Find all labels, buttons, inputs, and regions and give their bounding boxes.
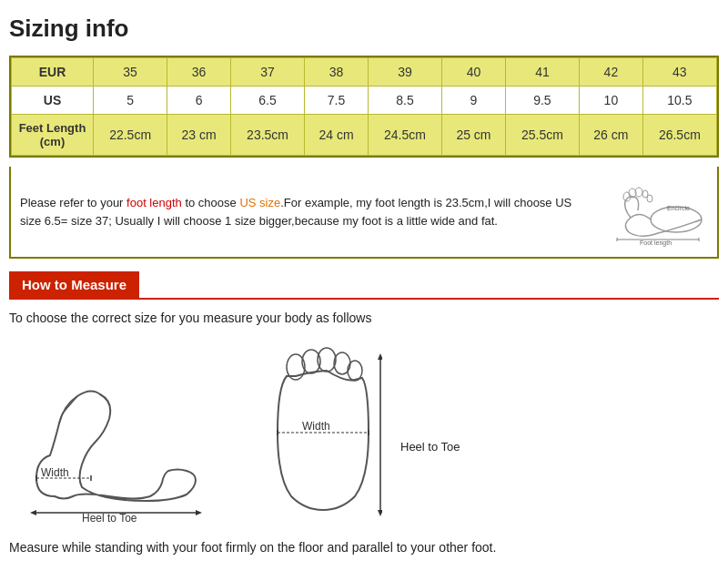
eur-36: 36 [167,58,231,87]
table-row-us: US 5 6 6.5 7.5 8.5 9 9.5 10 10.5 [12,87,717,115]
us-5: 5 [94,87,167,115]
note-highlight-foot-length: foot length [126,196,182,209]
bottom-note: Measure while standing with your foot fi… [9,540,719,555]
svg-marker-15 [30,510,36,515]
eur-42: 42 [580,58,643,87]
feet-26: 26 cm [580,115,643,156]
eur-35: 35 [94,58,167,87]
table-row-feet: Feet Length (cm) 22.5cm 23 cm 23.5cm 24 … [12,115,717,156]
feet-23: 23 cm [167,115,231,156]
note-box: Please refer to your foot length to choo… [9,167,719,259]
diagram-front-view: Width Heel to Toe [264,342,460,524]
feet-24: 24 cm [305,115,369,156]
svg-text:Foot length: Foot length [640,240,672,247]
eur-43: 43 [642,58,716,87]
svg-text:Encircle: Encircle [667,205,690,211]
feet-25.5: 25.5cm [505,115,579,156]
svg-marker-27 [378,510,382,516]
eur-39: 39 [368,58,441,87]
feet-26.5: 26.5cm [642,115,716,156]
foot-side-svg: Width Heel to Toe [27,378,209,524]
note-text: Please refer to your foot length to choo… [20,194,595,229]
svg-marker-26 [378,353,382,360]
us-label: US [12,87,94,115]
us-8.5: 8.5 [368,87,441,115]
eur-37: 37 [230,58,304,87]
how-to-measure-bar: How to Measure [9,271,139,298]
us-6: 6 [167,87,231,115]
sizing-table-wrapper: EUR 35 36 37 38 39 40 41 42 43 US 5 6 6.… [9,56,719,158]
us-9: 9 [442,87,506,115]
red-divider [9,298,719,300]
heel-toe-label-front: Heel to Toe [400,440,460,454]
table-row-eur: EUR 35 36 37 38 39 40 41 42 43 [12,58,717,87]
feet-24.5: 24.5cm [368,115,441,156]
us-10.5: 10.5 [642,87,716,115]
width-label-front: Width [302,420,330,433]
measure-instruction: To choose the correct size for you measu… [9,311,719,325]
sizing-table: EUR 35 36 37 38 39 40 41 42 43 US 5 6 6.… [11,57,717,156]
foot-front-svg: Width [264,342,382,524]
feet-23.5: 23.5cm [230,115,304,156]
svg-marker-16 [196,510,202,515]
foot-diagram-small: Encircle Foot length [608,174,708,250]
us-9.5: 9.5 [505,87,579,115]
eur-38: 38 [305,58,369,87]
diagram-side-view: Width Heel to Toe [27,378,209,524]
svg-point-5 [647,195,652,202]
eur-label: EUR [12,58,94,87]
diagrams-row: Width Heel to Toe [9,342,719,524]
width-label-side: Width [41,466,69,479]
eur-41: 41 [505,58,579,87]
heel-toe-label-side: Heel to Toe [82,512,137,524]
us-7.5: 7.5 [305,87,369,115]
us-10: 10 [580,87,643,115]
feet-25: 25 cm [442,115,506,156]
us-6.5: 6.5 [230,87,304,115]
feet-22.5: 22.5cm [94,115,167,156]
note-highlight-us-size: US size [239,196,280,209]
how-to-measure-section: How to Measure To choose the correct siz… [9,259,719,555]
eur-40: 40 [442,58,506,87]
page-title: Sizing info [9,15,719,43]
feet-label: Feet Length (cm) [12,115,94,156]
